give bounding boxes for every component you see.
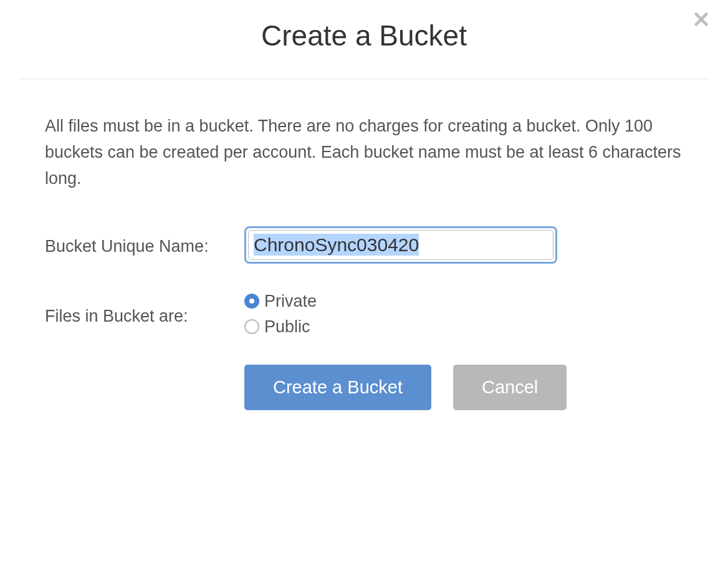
radio-label: Private [264,292,317,311]
dialog-body: All files must be in a bucket. There are… [0,79,728,410]
bucket-visibility-row: Files in Bucket are: Private Public [45,292,683,337]
cancel-button[interactable]: Cancel [453,365,567,410]
bucket-name-input-focus-ring: ChronoSync030420 [244,226,557,264]
radio-icon [244,319,259,334]
bucket-name-label: Bucket Unique Name: [45,233,244,256]
dialog-title: Create a Bucket [0,19,728,52]
visibility-radio-group: Private Public [244,292,317,337]
dialog-actions: Create a Bucket Cancel [244,365,683,410]
dialog-description: All files must be in a bucket. There are… [45,113,683,192]
visibility-radio-private[interactable]: Private [244,292,317,311]
bucket-name-input[interactable]: ChronoSync030420 [248,230,553,260]
bucket-visibility-label: Files in Bucket are: [45,292,244,326]
close-icon[interactable]: ✕ [692,9,711,31]
create-bucket-button[interactable]: Create a Bucket [244,365,431,410]
bucket-name-value: ChronoSync030420 [254,234,419,256]
visibility-radio-public[interactable]: Public [244,317,317,337]
bucket-name-row: Bucket Unique Name: ChronoSync030420 [45,226,683,264]
create-bucket-dialog: ✕ Create a Bucket All files must be in a… [0,0,728,410]
radio-label: Public [264,317,310,337]
radio-icon [244,294,259,309]
